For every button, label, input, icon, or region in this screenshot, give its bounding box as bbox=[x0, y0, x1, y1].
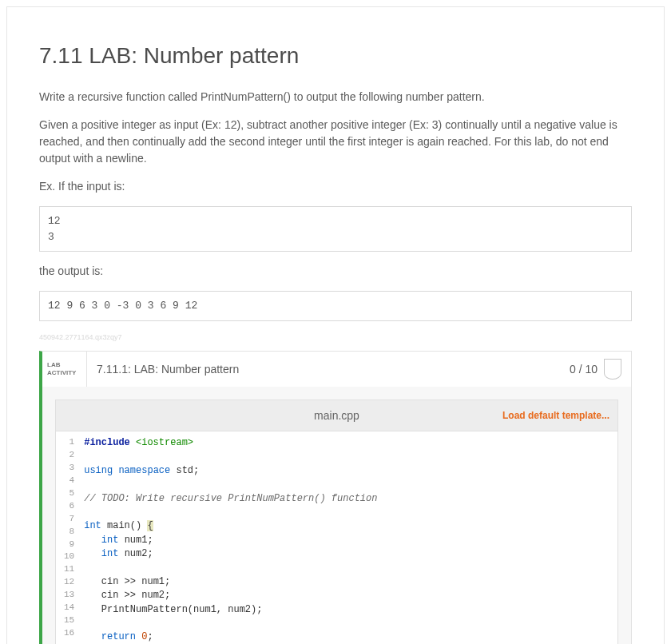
lab-header: LAB ACTIVITY 7.11.1: LAB: Number pattern… bbox=[42, 352, 631, 387]
example-input-box: 12 3 bbox=[39, 206, 632, 252]
brace-open: { bbox=[147, 520, 153, 531]
lab-body: main.cpp Load default template... 1 2 3 … bbox=[42, 387, 631, 644]
score-text: 0 / 10 bbox=[570, 361, 598, 378]
tok-todo-comment: // TODO: Write recursive PrintNumPattern… bbox=[84, 493, 377, 504]
score-badge-icon bbox=[604, 359, 621, 380]
instruction-p4: the output is: bbox=[39, 263, 632, 280]
lab-tag-line1: LAB bbox=[47, 361, 86, 369]
instruction-p1: Write a recursive function called PrintN… bbox=[39, 89, 632, 105]
tok-num2: num2 bbox=[125, 548, 148, 559]
tok-namespace: namespace bbox=[118, 465, 170, 476]
lab-activity-card: LAB ACTIVITY 7.11.1: LAB: Number pattern… bbox=[39, 351, 632, 644]
tok-int8: int bbox=[101, 535, 119, 546]
tok-zero: 0 bbox=[141, 631, 147, 642]
watermark: 450942.2771164.qx3zqy7 bbox=[39, 332, 632, 344]
page-frame: 7.11 LAB: Number pattern Write a recursi… bbox=[6, 6, 665, 644]
line-gutter: 1 2 3 4 5 6 7 8 9 10 11 12 13 14 15 16 bbox=[56, 431, 81, 644]
tok-header: <iostream> bbox=[136, 437, 193, 448]
tok-include: #include bbox=[84, 437, 130, 448]
page-title: 7.11 LAB: Number pattern bbox=[39, 39, 632, 73]
score-box: 0 / 10 bbox=[570, 352, 631, 387]
tok-v12: num2 bbox=[141, 590, 165, 601]
code-editor[interactable]: 1 2 3 4 5 6 7 8 9 10 11 12 13 14 15 16 #… bbox=[55, 431, 618, 644]
tok-int9: int bbox=[101, 548, 119, 559]
instruction-p2: Given a positive integer as input (Ex: 1… bbox=[39, 117, 632, 167]
instruction-p3: Ex. If the input is: bbox=[39, 178, 632, 195]
tok-fn-args: (num1, num2) bbox=[188, 604, 256, 615]
tok-return: return bbox=[101, 631, 136, 642]
example-output-box: 12 9 6 3 0 -3 0 3 6 9 12 bbox=[39, 291, 632, 321]
tok-std: std bbox=[176, 465, 193, 476]
load-default-template-link[interactable]: Load default template... bbox=[502, 408, 609, 423]
code-area[interactable]: #include <iostream> using namespace std;… bbox=[81, 431, 617, 644]
tok-fn-call: PrintNumPattern bbox=[101, 604, 188, 615]
tok-int-main: int bbox=[84, 520, 101, 531]
tok-main: main bbox=[107, 520, 130, 531]
lab-tag-line2: ACTIVITY bbox=[47, 369, 86, 377]
lab-number-title: 7.11.1: LAB: Number pattern bbox=[87, 352, 570, 387]
lab-activity-tag: LAB ACTIVITY bbox=[42, 352, 87, 387]
tok-v11: num1 bbox=[141, 576, 165, 587]
tok-using: using bbox=[84, 465, 113, 476]
tok-cin12: cin bbox=[101, 590, 119, 601]
file-bar: main.cpp Load default template... bbox=[55, 400, 618, 431]
tok-cin11: cin bbox=[101, 576, 119, 587]
tok-num1: num1 bbox=[125, 535, 148, 546]
